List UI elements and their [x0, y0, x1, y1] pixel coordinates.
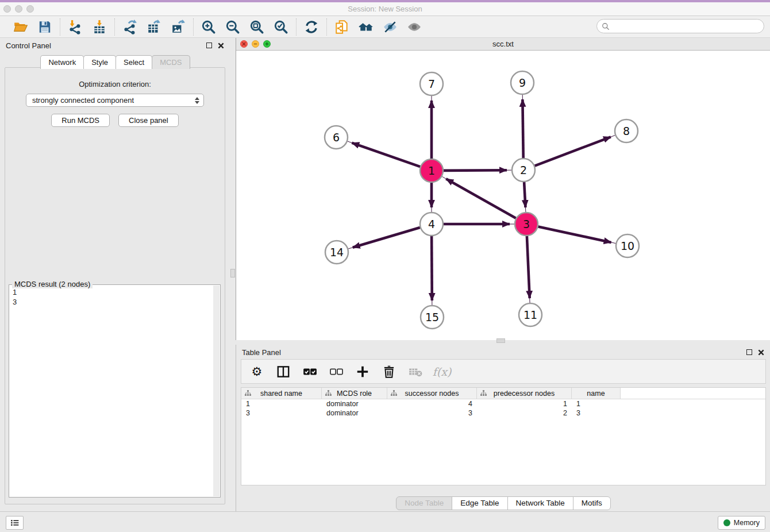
- column-header-mcds-role[interactable]: MCDS role: [322, 388, 387, 399]
- close-table-panel-icon[interactable]: [758, 349, 764, 356]
- graph-edge-1-2[interactable]: [443, 170, 511, 171]
- zoom-selected-icon[interactable]: [273, 19, 289, 35]
- export-table-icon[interactable]: [146, 19, 162, 35]
- graph-node-14[interactable]: 14: [325, 241, 348, 264]
- graph-node-2[interactable]: 2: [512, 159, 535, 182]
- graph-edge-4-14[interactable]: [348, 228, 421, 249]
- tab-network[interactable]: Network: [40, 55, 84, 69]
- column-header-successor-nodes[interactable]: successor nodes: [387, 388, 477, 399]
- graph-edge-1-6[interactable]: [348, 141, 421, 167]
- tab-edge-table[interactable]: Edge Table: [452, 496, 507, 510]
- search-field[interactable]: [596, 19, 764, 33]
- graph-edge-4-15[interactable]: [432, 236, 432, 305]
- graph-node-7[interactable]: 7: [420, 72, 443, 95]
- vertical-splitter[interactable]: [230, 38, 236, 511]
- network-window-titlebar: scc.txt: [236, 38, 770, 51]
- graph-edge-3-10[interactable]: [538, 226, 616, 243]
- home-icon[interactable]: [358, 19, 374, 35]
- node-table: shared nameMCDS rolesuccessor nodesprede…: [241, 387, 766, 485]
- open-session-icon[interactable]: [13, 19, 29, 35]
- table-row[interactable]: 1dominator411: [241, 399, 765, 408]
- task-history-button[interactable]: [6, 516, 24, 530]
- graph-node-label-11: 11: [523, 309, 537, 321]
- graph-node-8[interactable]: 8: [615, 119, 638, 142]
- graph-node-3[interactable]: 3: [515, 213, 538, 236]
- column-label: MCDS role: [337, 390, 372, 398]
- graph-node-15[interactable]: 15: [421, 306, 444, 329]
- cell-name: 3: [572, 409, 621, 417]
- table-header-row: shared nameMCDS rolesuccessor nodesprede…: [241, 388, 765, 399]
- tab-motifs[interactable]: Motifs: [573, 496, 611, 510]
- horizontal-splitter[interactable]: [236, 340, 770, 345]
- graph-edge-2-9[interactable]: [522, 95, 523, 159]
- graph-node-label-9: 9: [519, 76, 526, 89]
- zoom-fit-icon[interactable]: [249, 19, 265, 35]
- table-options-icon[interactable]: ⚙: [249, 364, 264, 379]
- table-row[interactable]: 3dominator323: [241, 408, 765, 418]
- zoom-out-icon[interactable]: [225, 19, 241, 35]
- graph-edge-3-11[interactable]: [527, 236, 530, 303]
- graph-node-4[interactable]: 4: [420, 213, 443, 236]
- result-scrollbar[interactable]: [213, 286, 220, 496]
- graph-node-11[interactable]: 11: [519, 303, 542, 326]
- close-panel-button[interactable]: Close panel: [118, 114, 179, 127]
- refresh-view-icon[interactable]: [303, 19, 319, 35]
- save-session-icon[interactable]: [37, 19, 53, 35]
- float-table-panel-icon[interactable]: [746, 349, 752, 355]
- optimization-criterion-label: Optimization criterion:: [5, 80, 225, 88]
- tab-network-table[interactable]: Network Table: [507, 496, 573, 510]
- memory-label: Memory: [734, 519, 760, 527]
- graph-node-6[interactable]: 6: [325, 126, 348, 149]
- graph-node-9[interactable]: 9: [511, 71, 534, 94]
- graph-node-label-10: 10: [621, 240, 634, 252]
- float-panel-icon[interactable]: [206, 43, 212, 48]
- cell-successor-nodes: 3: [387, 409, 477, 417]
- close-panel-icon[interactable]: [218, 43, 224, 49]
- zoom-in-icon[interactable]: [201, 19, 217, 35]
- horizontal-splitter-handle[interactable]: [496, 338, 505, 343]
- import-table-icon[interactable]: [91, 19, 107, 35]
- search-input[interactable]: [613, 22, 759, 30]
- export-image-icon[interactable]: [170, 19, 186, 35]
- graph-node-1[interactable]: 1: [420, 159, 443, 182]
- graph-edge-2-3[interactable]: [524, 182, 526, 212]
- graph-node-10[interactable]: 10: [616, 234, 639, 257]
- tab-select[interactable]: Select: [116, 55, 152, 69]
- add-column-icon[interactable]: [355, 364, 370, 379]
- criterion-select[interactable]: strongly connected component: [26, 94, 204, 107]
- mcds-result-values: 1 3: [10, 286, 213, 496]
- tab-style[interactable]: Style: [83, 55, 116, 69]
- cell-mcds-role: dominator: [322, 400, 387, 408]
- select-all-icon[interactable]: [302, 364, 317, 379]
- network-view-window: scc.txt 7968124314101511: [236, 38, 770, 340]
- show-columns-icon[interactable]: [276, 364, 291, 379]
- delete-table-icon: [408, 364, 423, 379]
- graph-edge-2-8[interactable]: [534, 135, 615, 165]
- cell-successor-nodes: 4: [387, 400, 477, 408]
- delete-columns-icon[interactable]: [382, 364, 396, 379]
- export-network-icon[interactable]: [122, 19, 138, 35]
- cell-mcds-role: dominator: [322, 409, 387, 417]
- deselect-all-icon[interactable]: [329, 364, 344, 379]
- show-eye-icon[interactable]: [406, 19, 422, 35]
- main-toolbar: [0, 16, 770, 38]
- graph-edge-3-1[interactable]: [442, 176, 516, 218]
- tab-node-table[interactable]: Node Table: [396, 496, 452, 510]
- run-mcds-button[interactable]: Run MCDS: [51, 114, 110, 127]
- graph-node-label-3: 3: [523, 218, 530, 230]
- window-title: Session: New Session: [0, 5, 770, 13]
- column-header-shared-name[interactable]: shared name: [241, 388, 322, 399]
- column-header-predecessor-nodes[interactable]: predecessor nodes: [477, 388, 572, 399]
- memory-button[interactable]: Memory: [718, 516, 765, 530]
- tab-mcds[interactable]: MCDS: [152, 55, 190, 69]
- duplicate-network-icon[interactable]: [334, 19, 350, 35]
- column-header-name[interactable]: name: [572, 388, 621, 399]
- vertical-splitter-handle[interactable]: [230, 269, 235, 277]
- column-label: shared name: [260, 390, 302, 398]
- network-graph-canvas[interactable]: 7968124314101511: [236, 51, 770, 340]
- cell-shared-name: 3: [241, 409, 322, 417]
- hide-graphics-details-icon[interactable]: [382, 19, 398, 35]
- table-panel-tabs: Node TableEdge TableNetwork TableMotifs: [236, 496, 770, 510]
- import-network-icon[interactable]: [67, 19, 83, 35]
- graph-node-label-6: 6: [333, 131, 340, 144]
